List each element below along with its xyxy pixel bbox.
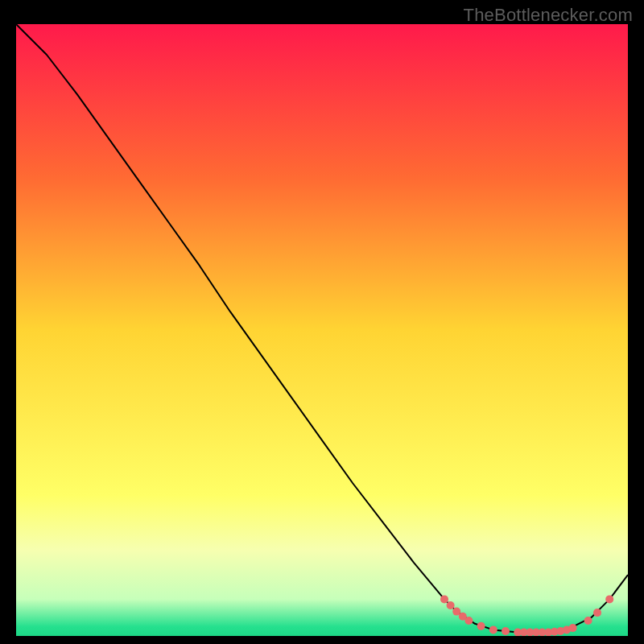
point-highlight-points (477, 622, 485, 630)
watermark-label: TheBottlenecker.com (464, 5, 633, 26)
point-highlight-points (440, 595, 448, 603)
plot-svg (16, 24, 628, 636)
point-highlight-points (464, 617, 473, 625)
chart-frame: TheBottlenecker.com (0, 0, 644, 644)
point-highlight-points (569, 624, 577, 632)
plot-area (16, 24, 628, 636)
point-highlight-points (502, 627, 510, 635)
plot-background (16, 24, 628, 636)
point-highlight-points (593, 609, 601, 617)
point-highlight-points (447, 601, 455, 609)
point-highlight-points (605, 595, 613, 603)
point-highlight-points (489, 625, 497, 634)
point-highlight-points (584, 617, 592, 625)
